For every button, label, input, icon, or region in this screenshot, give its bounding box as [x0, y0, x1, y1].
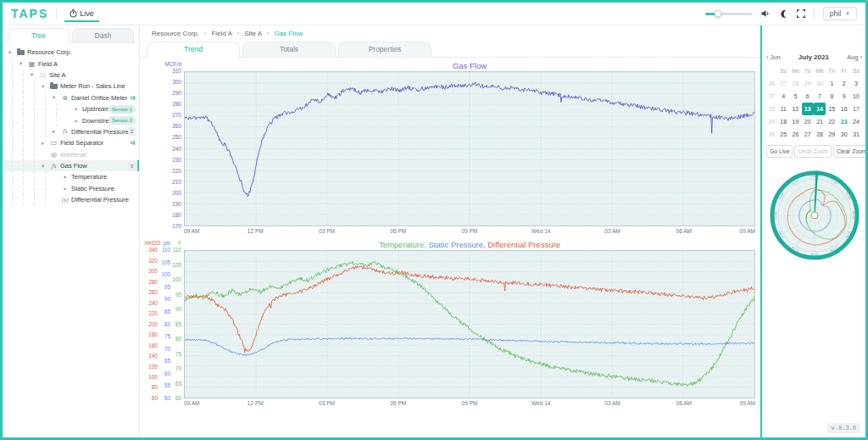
tree-item-temperature[interactable]: •Temperature [3, 171, 139, 182]
breadcrumb-item-site-a[interactable]: Site A [244, 30, 262, 37]
tree-item-gas-flow[interactable]: ▾ƒxGas Flow3 [3, 160, 139, 171]
calendar-day-29[interactable]: 29 [802, 77, 814, 90]
calendar-day-23[interactable]: 23 [837, 115, 849, 128]
calendar-day-11[interactable]: 11 [777, 103, 789, 115]
calendar-day-19[interactable]: 19 [789, 115, 801, 128]
tab-trend[interactable]: Trend [147, 42, 240, 58]
tab-properties[interactable]: Properties [338, 42, 431, 57]
tree-item-downstream-pressure[interactable]: •Downstream PressureSensor 2 [3, 114, 139, 125]
undo-zoom-button[interactable]: Undo Zoom [794, 145, 832, 158]
volume-slider-thumb[interactable] [715, 10, 722, 18]
tree-item-field-separator[interactable]: ▸▭Field Separator⇉ [3, 137, 139, 148]
tree-item-upstream-pressure[interactable]: •Upstream PressureSensor 1 [3, 103, 139, 114]
y-axis-tick: 110 [173, 248, 181, 253]
calendar-day-30[interactable]: 30 [837, 128, 849, 141]
calendar-day-1[interactable]: 1 [826, 77, 837, 90]
calendar-day-3[interactable]: 3 [850, 77, 862, 90]
calendar-day-24[interactable]: 24 [850, 115, 862, 128]
calendar-day-9[interactable]: 9 [837, 90, 849, 103]
fullscreen-icon[interactable] [797, 9, 805, 18]
calendar-day-28[interactable]: 28 [789, 77, 801, 90]
calendar-day-14[interactable]: 14 [814, 103, 826, 115]
calendar-day-17[interactable]: 17 [850, 103, 862, 115]
svg-text:03 PM: 03 PM [851, 211, 854, 220]
volume-slider[interactable] [705, 13, 753, 15]
tree-indent-guide [12, 183, 19, 194]
sidebar-tabs: TreeDash [3, 25, 139, 43]
multi-series-plot[interactable] [184, 250, 755, 398]
sidebar-tab-dash[interactable]: Dash [72, 28, 134, 42]
go-live-button[interactable]: Go Live [766, 145, 793, 158]
moon-icon[interactable] [779, 9, 788, 19]
speaker-icon[interactable] [761, 9, 771, 18]
calendar-day-27[interactable]: 27 [777, 77, 789, 90]
calendar-day-4[interactable]: 4 [777, 90, 789, 103]
tree-indent-guide [12, 171, 19, 182]
tree-indent-guide [12, 149, 19, 160]
tree-indent-guide [23, 149, 31, 160]
main-tabs: TrendTotalsProperties [140, 42, 760, 58]
chevron-down-icon[interactable]: ▾ [31, 71, 38, 78]
tree-item-site-a[interactable]: ▾□Site A [3, 70, 139, 81]
sidebar-tab-tree[interactable]: Tree [8, 28, 70, 43]
tree-item-wellhead[interactable]: ◎Wellhead [3, 149, 139, 160]
breadcrumb-item-resource-corp[interactable]: Resource Corp. [152, 30, 199, 37]
calendar-day-22[interactable]: 22 [826, 115, 837, 128]
calendar-day-28[interactable]: 28 [814, 128, 826, 141]
tree-item-differential-pressure[interactable]: ▸ƒxDifferential Pressure2 [3, 126, 139, 137]
calendar-day-21[interactable]: 21 [814, 115, 826, 128]
user-menu[interactable]: phil ▼ [823, 7, 857, 20]
chevron-down-icon[interactable]: ▾ [8, 49, 16, 56]
calendar-day-20[interactable]: 20 [802, 115, 814, 128]
tree-item-daniel-orifice-meter[interactable]: ▾⊕Daniel Orifice Meter⇉ [3, 92, 139, 103]
calendar-prev-month[interactable]: ‹ Jun [766, 53, 781, 61]
calendar-next-month[interactable]: Aug › [847, 53, 862, 61]
tree-item-differential-pressure[interactable]: (x)Differential Pressure [3, 194, 139, 205]
chevron-down-icon[interactable]: ▾ [42, 83, 49, 90]
clear-zoom-button[interactable]: Clear Zoom [833, 145, 868, 158]
calendar-day-16[interactable]: 16 [837, 103, 849, 115]
calendar-day-5[interactable]: 5 [789, 90, 801, 103]
calendar-day-8[interactable]: 8 [826, 90, 837, 103]
chevron-right-icon[interactable]: ▸ [42, 140, 49, 147]
calendar-day-7[interactable]: 7 [814, 90, 826, 103]
calendar-day-13[interactable]: 13 [802, 103, 814, 115]
breadcrumb-item-gas-flow[interactable]: Gas Flow [274, 30, 303, 37]
chevron-down-icon[interactable]: ▾ [19, 60, 27, 67]
tree-item-resource-corp[interactable]: ▾Resource Corp. [3, 47, 139, 58]
calendar-day-25[interactable]: 25 [777, 128, 789, 141]
y-axis-tick: 75 [175, 351, 181, 357]
breadcrumb-item-field-a[interactable]: Field A [211, 30, 231, 37]
calendar-day-30[interactable]: 30 [814, 77, 826, 90]
y-axis-tick: 220 [172, 168, 181, 174]
polar-clock-chart[interactable]: 09 AM11 AM01 PM03 PM05 PM07 PM09 PM11 PM… [766, 168, 862, 263]
calendar-day-12[interactable]: 12 [789, 103, 801, 115]
tree-item-static-pressure[interactable]: •Static Pressure [3, 183, 139, 194]
fx-icon: ƒx [49, 163, 58, 170]
tree-item-meter-run-sales-line[interactable]: ▾Meter Run - Sales Line [3, 81, 139, 92]
clock-icon [70, 9, 77, 18]
live-toggle[interactable]: Live [64, 6, 99, 22]
tab-totals[interactable]: Totals [242, 42, 336, 57]
chevron-down-icon[interactable]: ▾ [42, 163, 49, 170]
calendar-day-2[interactable]: 2 [837, 77, 849, 90]
pressure-temperature-chart-card: inH2OpsiFTemperature, Static Pressure, D… [145, 239, 755, 408]
calendar-day-31[interactable]: 31 [850, 128, 862, 141]
calendar-day-10[interactable]: 10 [850, 90, 862, 103]
chevron-down-icon[interactable]: ▾ [53, 94, 60, 101]
calendar-day-18[interactable]: 18 [777, 115, 789, 128]
y-axis-tick: 220 [148, 311, 158, 317]
calendar-week-number: 26 [766, 77, 777, 90]
calendar-day-6[interactable]: 6 [802, 90, 814, 103]
tree-indent-guide [56, 103, 64, 114]
tree-item-field-a[interactable]: ▾▦Field A [3, 58, 139, 69]
y-axis-tick: 140 [148, 354, 158, 359]
calendar-day-29[interactable]: 29 [826, 128, 837, 141]
chevron-right-icon[interactable]: ▸ [53, 128, 60, 135]
calendar-day-27[interactable]: 27 [802, 128, 814, 141]
y-axis-tick: 85 [164, 309, 170, 315]
tree-item-badge: 3 [128, 162, 136, 170]
calendar-day-15[interactable]: 15 [826, 103, 837, 115]
calendar-day-26[interactable]: 26 [789, 128, 801, 141]
gas-flow-plot[interactable] [184, 71, 755, 226]
